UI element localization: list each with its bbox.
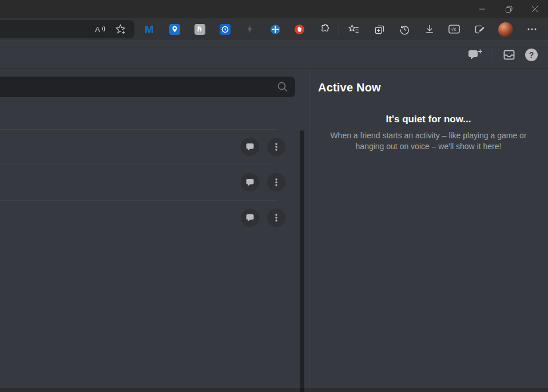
friends-list-scrollbar[interactable] bbox=[300, 130, 304, 392]
extensions-puzzle-icon[interactable] bbox=[317, 21, 333, 37]
friend-row[interactable] bbox=[0, 165, 309, 200]
help-icon[interactable]: ? bbox=[525, 49, 538, 61]
active-now-empty-state: It's quiet for now... When a friend star… bbox=[318, 114, 539, 152]
discord-header: ? bbox=[0, 41, 548, 69]
empty-state-body: When a friend starts an activity – like … bbox=[329, 130, 527, 152]
map-pin-extension-icon[interactable] bbox=[166, 21, 182, 37]
message-button[interactable] bbox=[241, 209, 259, 227]
close-icon bbox=[531, 6, 538, 13]
window-bottom-shade bbox=[0, 388, 548, 392]
more-dots-icon bbox=[272, 178, 281, 187]
more-options-button[interactable] bbox=[267, 173, 285, 191]
history-icon[interactable] bbox=[396, 21, 412, 37]
active-now-title: Active Now bbox=[318, 81, 539, 94]
pinwheel-extension-icon[interactable] bbox=[267, 21, 283, 37]
web-capture-icon[interactable] bbox=[471, 21, 487, 37]
minimize-icon bbox=[479, 6, 486, 13]
restore-button[interactable] bbox=[495, 0, 522, 18]
message-button[interactable] bbox=[241, 173, 259, 191]
more-menu-icon[interactable] bbox=[524, 21, 540, 37]
search-icon bbox=[277, 81, 288, 93]
svg-text:√x: √x bbox=[451, 27, 456, 32]
minimize-button[interactable] bbox=[469, 0, 495, 18]
avatar-image bbox=[498, 22, 513, 37]
downloads-icon[interactable] bbox=[422, 21, 438, 37]
backup-clock-extension-icon[interactable] bbox=[217, 21, 233, 37]
more-dots-icon bbox=[272, 213, 281, 222]
favorites-icon[interactable] bbox=[346, 21, 362, 37]
read-aloud-icon[interactable]: A bbox=[94, 24, 106, 34]
add-favorite-star-icon[interactable] bbox=[114, 23, 126, 35]
search-input[interactable] bbox=[0, 77, 295, 97]
more-options-button[interactable] bbox=[267, 138, 285, 156]
profile-avatar[interactable] bbox=[498, 22, 514, 38]
message-button[interactable] bbox=[241, 138, 259, 156]
friend-row[interactable] bbox=[0, 200, 309, 235]
message-icon bbox=[245, 142, 255, 151]
more-options-button[interactable] bbox=[267, 209, 285, 227]
friend-row[interactable] bbox=[0, 129, 309, 165]
collections-icon[interactable] bbox=[371, 21, 387, 37]
close-button[interactable] bbox=[522, 0, 548, 18]
titlebar bbox=[0, 0, 548, 18]
message-icon bbox=[245, 213, 255, 222]
header-separator bbox=[493, 48, 493, 62]
new-group-dm-icon[interactable] bbox=[467, 49, 483, 61]
friends-list bbox=[0, 129, 309, 235]
active-now-panel: Active Now It's quiet for now... When a … bbox=[309, 69, 548, 392]
window-controls bbox=[469, 0, 548, 18]
empty-state-title: It's quiet for now... bbox=[318, 114, 539, 125]
discord-app: ? bbox=[0, 41, 548, 392]
malwarebytes-extension-icon[interactable]: M bbox=[141, 21, 157, 37]
inbox-icon[interactable] bbox=[502, 48, 516, 62]
friends-search-bar[interactable] bbox=[0, 77, 295, 97]
message-icon bbox=[245, 178, 255, 187]
hbar-extension-icon[interactable]: ℏ bbox=[192, 21, 208, 37]
math-solver-icon[interactable]: √x bbox=[446, 21, 462, 37]
hand-blocker-extension-icon[interactable] bbox=[291, 21, 307, 37]
address-bar[interactable]: A bbox=[0, 20, 134, 38]
lightning-extension-icon[interactable] bbox=[242, 21, 258, 37]
browser-toolbar: A M ℏ bbox=[0, 18, 548, 41]
browser-window: A M ℏ bbox=[0, 0, 548, 392]
more-dots-icon bbox=[272, 142, 281, 151]
restore-icon bbox=[505, 6, 513, 13]
svg-text:A: A bbox=[95, 25, 100, 34]
toolbar-separator bbox=[339, 23, 339, 36]
